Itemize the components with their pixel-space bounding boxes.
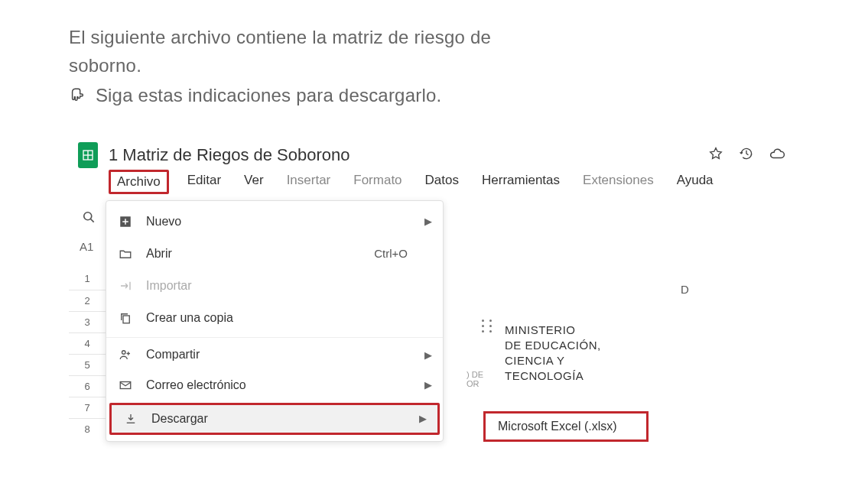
folder-icon (117, 245, 134, 262)
menu-item-label: Descargar (151, 412, 208, 426)
menu-item-compartir[interactable]: Compartir ▶ (106, 337, 443, 369)
sheets-logo-icon (78, 142, 98, 168)
svg-point-9 (122, 351, 126, 355)
menu-item-label: Abrir (146, 247, 172, 261)
submenu-item-xlsx[interactable]: Microsoft Excel (.xlsx) (483, 411, 649, 442)
svg-rect-8 (123, 316, 129, 323)
chevron-right-icon: ▶ (419, 413, 427, 424)
intro-text-line1: El siguiente archivo contiene la matriz … (69, 23, 799, 51)
svg-point-3 (84, 212, 92, 219)
cloud-icon[interactable] (769, 145, 785, 162)
menu-extensiones[interactable]: Extensiones (578, 170, 658, 194)
column-header-d[interactable]: D (681, 283, 689, 296)
menu-item-importar[interactable]: Importar (106, 270, 443, 302)
menu-item-label: Importar (146, 279, 192, 293)
menu-item-label: Crear una copia (146, 311, 233, 325)
row-numbers: 1 2 3 4 5 6 7 8 (69, 268, 106, 439)
drag-handle-icon (482, 319, 494, 332)
row-num-1[interactable]: 1 (69, 268, 106, 290)
menu-item-abrir[interactable]: Abrir Ctrl+O (106, 238, 443, 270)
menu-item-label: Correo electrónico (146, 378, 246, 392)
row-num-8[interactable]: 8 (69, 418, 106, 439)
menu-item-correo[interactable]: Correo electrónico ▶ (106, 369, 443, 401)
menu-formato[interactable]: Formato (349, 170, 406, 194)
truncated-text: ) DE OR (467, 370, 483, 388)
menu-ayuda[interactable]: Ayuda (672, 170, 718, 194)
menu-item-descargar[interactable]: Descargar ▶ (109, 403, 440, 435)
menubar: Archivo Editar Ver Insertar Formato Dato… (69, 170, 799, 194)
row-num-4[interactable]: 4 (69, 332, 106, 354)
file-dropdown: Nuevo ▶ Abrir Ctrl+O Importar Crear una … (106, 200, 444, 442)
menu-editar[interactable]: Editar (183, 170, 226, 194)
download-submenu: Microsoft Excel (.xlsx) (483, 411, 805, 442)
share-icon (117, 346, 134, 363)
chevron-right-icon: ▶ (424, 379, 432, 391)
intro-text-line2: soborno. (69, 51, 799, 79)
svg-line-4 (91, 219, 94, 222)
point-down-icon (69, 83, 86, 111)
row-num-3[interactable]: 3 (69, 311, 106, 332)
search-icon[interactable] (81, 209, 98, 226)
menu-herramientas[interactable]: Herramientas (477, 170, 564, 194)
plus-box-icon (117, 213, 134, 230)
chevron-right-icon: ▶ (424, 216, 432, 227)
download-icon (122, 410, 139, 427)
menu-ver[interactable]: Ver (239, 170, 268, 194)
menu-item-label: Compartir (146, 348, 200, 362)
row-num-2[interactable]: 2 (69, 290, 106, 311)
menu-archivo[interactable]: Archivo (109, 170, 169, 194)
intro-text-line3: Siga estas indicaciones para descargarlo… (96, 85, 441, 105)
star-icon[interactable] (707, 145, 724, 162)
row-num-6[interactable]: 6 (69, 375, 106, 397)
menu-item-label: Nuevo (146, 215, 181, 229)
document-title[interactable]: 1 Matriz de Riegos de Soborono (109, 145, 350, 165)
history-icon[interactable] (738, 145, 755, 162)
menu-item-crear-copia[interactable]: Crear una copia (106, 302, 443, 334)
row-num-5[interactable]: 5 (69, 354, 106, 375)
chevron-right-icon: ▶ (424, 349, 432, 361)
cell-text-ministerio: MINISTERIO DE EDUCACIÓN, CIENCIA Y TECNO… (505, 323, 601, 384)
menu-insertar[interactable]: Insertar (282, 170, 336, 194)
copy-icon (117, 310, 134, 326)
menu-datos[interactable]: Datos (421, 170, 463, 194)
import-icon (117, 277, 134, 294)
shortcut-label: Ctrl+O (374, 247, 408, 260)
cell-reference[interactable]: A1 (80, 240, 106, 253)
mail-icon (117, 377, 134, 394)
row-num-7[interactable]: 7 (69, 397, 106, 418)
menu-item-nuevo[interactable]: Nuevo ▶ (106, 206, 443, 238)
